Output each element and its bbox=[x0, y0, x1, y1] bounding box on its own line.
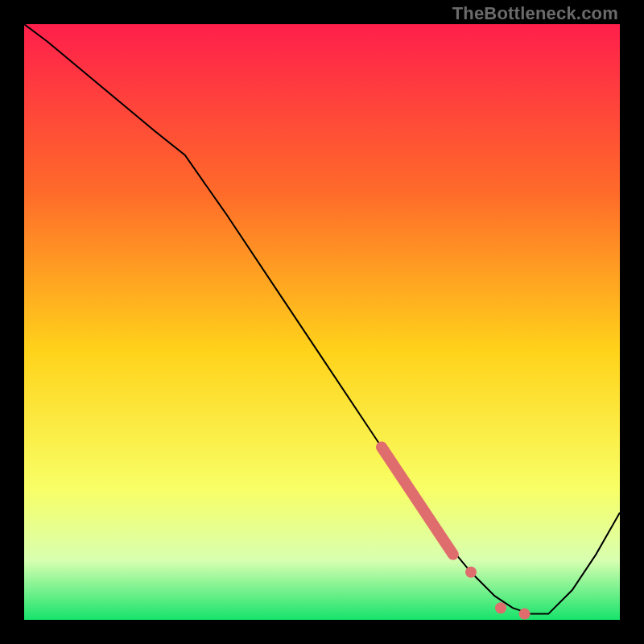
watermark-label: TheBottleneck.com bbox=[452, 3, 618, 24]
marker-dot bbox=[495, 602, 506, 613]
chart-frame: TheBottleneck.com bbox=[0, 0, 644, 644]
marker-dot bbox=[465, 567, 477, 578]
plot-area bbox=[24, 24, 620, 620]
marker-dot bbox=[519, 609, 530, 620]
gradient-background bbox=[24, 24, 620, 620]
chart-svg bbox=[24, 24, 620, 620]
